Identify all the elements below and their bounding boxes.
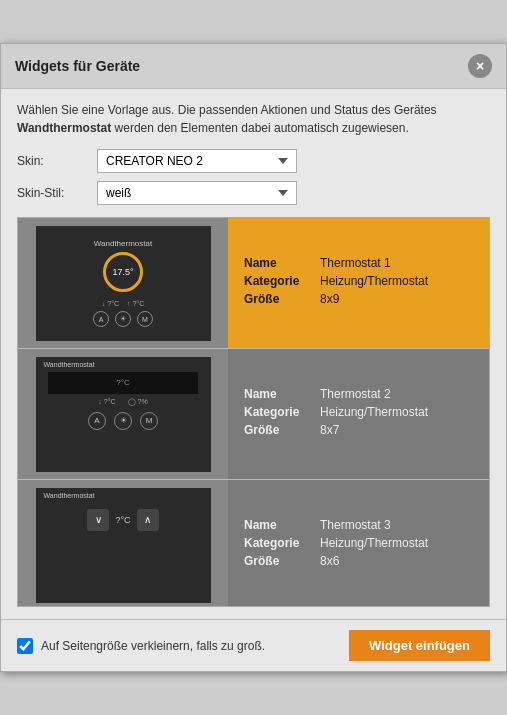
widget-info-row-name-1: Name Thermostat 1 xyxy=(244,256,473,270)
t1-icons: A ☀ M xyxy=(93,311,153,327)
skin-select[interactable]: CREATOR NEO 2 xyxy=(97,149,297,173)
t2-status-row: ↓ ?°C ◯ ?% xyxy=(98,398,147,406)
category-value-1: Heizung/Thermostat xyxy=(320,274,428,288)
t2-icon-m: M xyxy=(140,412,158,430)
dialog-header: Widgets für Geräte × xyxy=(1,44,506,89)
description-after: werden den Elementen dabei automatisch z… xyxy=(111,121,409,135)
size-value-2: 8x7 xyxy=(320,423,339,437)
size-label-2: Größe xyxy=(244,423,314,437)
skin-row: Skin: CREATOR NEO 2 xyxy=(17,149,490,173)
dialog-title: Widgets für Geräte xyxy=(15,58,140,74)
widget-info-thermostat-1: Name Thermostat 1 Kategorie Heizung/Ther… xyxy=(228,218,489,348)
t3-preview: Wandthermostat ∨ ?°C ∧ xyxy=(36,488,211,603)
t2-header: Wandthermostat xyxy=(40,361,95,368)
skin-style-select[interactable]: weiß schwarz xyxy=(97,181,297,205)
name-label-1: Name xyxy=(244,256,314,270)
widget-info-row-size-3: Größe 8x6 xyxy=(244,554,473,568)
t3-controls: ∨ ?°C ∧ xyxy=(87,509,158,531)
widget-info-row-name-3: Name Thermostat 3 xyxy=(244,518,473,532)
name-value-2: Thermostat 2 xyxy=(320,387,391,401)
t1-icon-b: ☀ xyxy=(115,311,131,327)
size-value-1: 8x9 xyxy=(320,292,339,306)
t2-temp1: ↓ ?°C xyxy=(98,398,115,406)
t1-temp2: ↑ ?°C xyxy=(127,300,144,307)
skin-style-label: Skin-Stil: xyxy=(17,186,97,200)
widget-item-thermostat-2[interactable]: Wandthermostat ?°C ↓ ?°C ◯ ?% A ☀ M xyxy=(18,349,489,480)
widget-list-wrapper: Wandthermostat 17.5° ↓ ?°C ↑ ?°C A ☀ M xyxy=(17,217,490,607)
widget-preview-thermostat-2: Wandthermostat ?°C ↓ ?°C ◯ ?% A ☀ M xyxy=(18,349,228,479)
widget-preview-inner-1: Wandthermostat 17.5° ↓ ?°C ↑ ?°C A ☀ M xyxy=(36,226,211,341)
dialog-body: Wählen Sie eine Vorlage aus. Die passend… xyxy=(1,89,506,619)
t1-preview: Wandthermostat 17.5° ↓ ?°C ↑ ?°C A ☀ M xyxy=(36,226,211,341)
category-label-3: Kategorie xyxy=(244,536,314,550)
t2-hum: ◯ ?% xyxy=(128,398,148,406)
t2-icon-b: ☀ xyxy=(114,412,132,430)
size-label-1: Größe xyxy=(244,292,314,306)
category-value-3: Heizung/Thermostat xyxy=(320,536,428,550)
widget-preview-thermostat-1: Wandthermostat 17.5° ↓ ?°C ↑ ?°C A ☀ M xyxy=(18,218,228,348)
widget-preview-inner-2: Wandthermostat ?°C ↓ ?°C ◯ ?% A ☀ M xyxy=(36,357,211,472)
category-label-1: Kategorie xyxy=(244,274,314,288)
t2-preview: Wandthermostat ?°C ↓ ?°C ◯ ?% A ☀ M xyxy=(36,357,211,472)
t2-icon-a: A xyxy=(88,412,106,430)
close-button[interactable]: × xyxy=(468,54,492,78)
skin-label: Skin: xyxy=(17,154,97,168)
widget-info-row-name-2: Name Thermostat 2 xyxy=(244,387,473,401)
t3-down-btn: ∨ xyxy=(87,509,109,531)
widget-info-thermostat-2: Name Thermostat 2 Kategorie Heizung/Ther… xyxy=(228,349,489,479)
t3-header: Wandthermostat xyxy=(40,492,95,499)
t1-header: Wandthermostat xyxy=(94,239,152,248)
checkbox-label: Auf Seitengröße verkleinern, falls zu gr… xyxy=(41,639,265,653)
t2-display: ?°C xyxy=(48,372,198,394)
description-text: Wählen Sie eine Vorlage aus. Die passend… xyxy=(17,101,490,137)
t1-temp1: ↓ ?°C xyxy=(102,300,119,307)
t1-icon-a: A xyxy=(93,311,109,327)
t1-icon-c: M xyxy=(137,311,153,327)
dialog-footer: Auf Seitengröße verkleinern, falls zu gr… xyxy=(1,619,506,671)
t1-circle: 17.5° xyxy=(103,252,143,292)
size-label-3: Größe xyxy=(244,554,314,568)
name-value-3: Thermostat 3 xyxy=(320,518,391,532)
t3-up-btn: ∧ xyxy=(137,509,159,531)
widgets-dialog: Widgets für Geräte × Wählen Sie eine Vor… xyxy=(0,43,507,672)
description-bold: Wandthermostat xyxy=(17,121,111,135)
t2-icons: A ☀ M xyxy=(88,412,158,430)
resize-checkbox[interactable] xyxy=(17,638,33,654)
description-before: Wählen Sie eine Vorlage aus. Die passend… xyxy=(17,103,437,117)
widget-info-thermostat-3: Name Thermostat 3 Kategorie Heizung/Ther… xyxy=(228,480,489,607)
checkbox-row: Auf Seitengröße verkleinern, falls zu gr… xyxy=(17,638,265,654)
insert-widget-button[interactable]: Widget einfügen xyxy=(349,630,490,661)
widget-info-row-category-1: Kategorie Heizung/Thermostat xyxy=(244,274,473,288)
category-label-2: Kategorie xyxy=(244,405,314,419)
name-label-3: Name xyxy=(244,518,314,532)
widget-list: Wandthermostat 17.5° ↓ ?°C ↑ ?°C A ☀ M xyxy=(17,217,490,607)
widget-info-row-size-2: Größe 8x7 xyxy=(244,423,473,437)
name-label-2: Name xyxy=(244,387,314,401)
t3-temp-display: ?°C xyxy=(115,515,130,525)
widget-preview-thermostat-3: Wandthermostat ∨ ?°C ∧ xyxy=(18,480,228,607)
widget-info-row-category-2: Kategorie Heizung/Thermostat xyxy=(244,405,473,419)
t1-bottom: ↓ ?°C ↑ ?°C xyxy=(102,300,144,307)
widget-info-row-size-1: Größe 8x9 xyxy=(244,292,473,306)
widget-item-thermostat-1[interactable]: Wandthermostat 17.5° ↓ ?°C ↑ ?°C A ☀ M xyxy=(18,218,489,349)
category-value-2: Heizung/Thermostat xyxy=(320,405,428,419)
skin-style-row: Skin-Stil: weiß schwarz xyxy=(17,181,490,205)
widget-item-thermostat-3[interactable]: Wandthermostat ∨ ?°C ∧ Name xyxy=(18,480,489,607)
widget-preview-inner-3: Wandthermostat ∨ ?°C ∧ xyxy=(36,488,211,603)
widget-info-row-category-3: Kategorie Heizung/Thermostat xyxy=(244,536,473,550)
size-value-3: 8x6 xyxy=(320,554,339,568)
name-value-1: Thermostat 1 xyxy=(320,256,391,270)
